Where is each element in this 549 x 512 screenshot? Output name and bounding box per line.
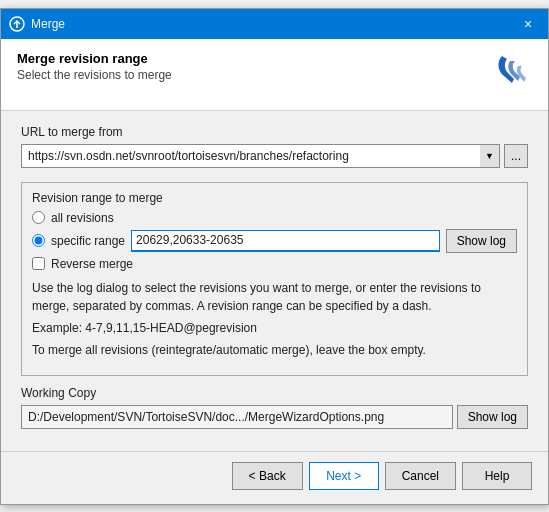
working-copy-label: Working Copy bbox=[21, 386, 528, 400]
svn-logo-icon bbox=[492, 51, 532, 98]
dialog-footer: < Back Next > Cancel Help bbox=[1, 451, 548, 504]
auto-merge-text: To merge all revisions (reintegrate/auto… bbox=[32, 341, 517, 359]
url-browse-button[interactable]: ... bbox=[504, 144, 528, 168]
revision-group: Revision range to merge all revisions sp… bbox=[21, 182, 528, 376]
wizard-header-text: Merge revision range Select the revision… bbox=[17, 51, 172, 82]
working-copy-input[interactable] bbox=[21, 405, 453, 429]
specific-range-radio[interactable] bbox=[32, 234, 45, 247]
app-icon bbox=[9, 16, 25, 32]
url-input[interactable] bbox=[21, 144, 500, 168]
help-button[interactable]: Help bbox=[462, 462, 532, 490]
reverse-merge-label: Reverse merge bbox=[51, 257, 133, 271]
range-show-log-button[interactable]: Show log bbox=[446, 229, 517, 253]
url-dropdown-button[interactable]: ▼ bbox=[480, 144, 500, 168]
url-input-wrapper: ▼ bbox=[21, 144, 500, 168]
working-copy-row: Show log bbox=[21, 405, 528, 429]
help-text: Use the log dialog to select the revisio… bbox=[32, 279, 517, 315]
specific-range-label: specific range bbox=[51, 234, 125, 248]
all-revisions-radio[interactable] bbox=[32, 211, 45, 224]
wizard-title: Merge revision range bbox=[17, 51, 172, 66]
cancel-button[interactable]: Cancel bbox=[385, 462, 456, 490]
all-revisions-label: all revisions bbox=[51, 211, 114, 225]
wizard-header: Merge revision range Select the revision… bbox=[1, 39, 548, 111]
reverse-merge-checkbox[interactable] bbox=[32, 257, 45, 270]
reverse-merge-row: Reverse merge bbox=[32, 257, 517, 271]
title-bar: Merge × bbox=[1, 9, 548, 39]
wc-show-log-button[interactable]: Show log bbox=[457, 405, 528, 429]
wizard-subtitle: Select the revisions to merge bbox=[17, 68, 172, 82]
url-label: URL to merge from bbox=[21, 125, 528, 139]
range-input[interactable] bbox=[131, 230, 440, 252]
window-title: Merge bbox=[31, 17, 65, 31]
close-button[interactable]: × bbox=[516, 15, 540, 33]
title-bar-left: Merge bbox=[9, 16, 65, 32]
example-text: Example: 4-7,9,11,15-HEAD@pegrevision bbox=[32, 321, 517, 335]
url-row: ▼ ... bbox=[21, 144, 528, 168]
revision-group-label: Revision range to merge bbox=[32, 191, 517, 205]
next-button[interactable]: Next > bbox=[309, 462, 379, 490]
back-button[interactable]: < Back bbox=[232, 462, 303, 490]
specific-range-row: specific range Show log bbox=[32, 229, 517, 253]
dialog-content: URL to merge from ▼ ... Revision range t… bbox=[1, 111, 548, 443]
working-copy-section: Working Copy Show log bbox=[21, 386, 528, 429]
merge-dialog: Merge × Merge revision range Select the … bbox=[0, 8, 549, 505]
all-revisions-row: all revisions bbox=[32, 211, 517, 225]
